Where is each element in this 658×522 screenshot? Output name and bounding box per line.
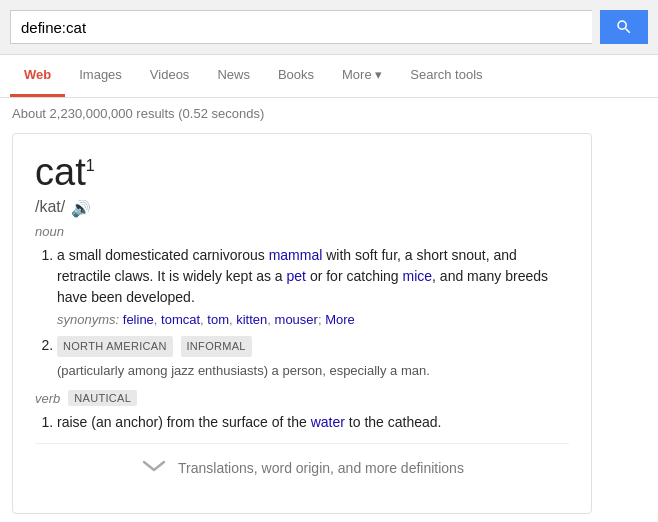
tab-books[interactable]: Books	[264, 55, 328, 97]
tab-search-tools[interactable]: Search tools	[396, 55, 496, 97]
link-mice[interactable]: mice	[403, 268, 433, 284]
noun-definition-2: North American informal (particularly am…	[57, 335, 569, 380]
noun-definition-1: a small domesticated carnivorous mammal …	[57, 245, 569, 330]
results-count: About 2,230,000,000 results (0.52 second…	[0, 98, 658, 129]
chevron-down-icon	[140, 458, 168, 477]
noun-definitions: a small domesticated carnivorous mammal …	[57, 245, 569, 381]
verb-definitions: raise (an anchor) from the surface of th…	[57, 412, 569, 433]
translations-text: Translations, word origin, and more defi…	[178, 460, 464, 476]
link-mammal[interactable]: mammal	[269, 247, 323, 263]
syn-feline[interactable]: feline	[123, 312, 154, 327]
search-bar	[0, 0, 658, 55]
translations-footer[interactable]: Translations, word origin, and more defi…	[35, 443, 569, 491]
chevron-svg	[140, 458, 168, 474]
badge-informal: informal	[181, 336, 252, 357]
syn-kitten[interactable]: kitten	[236, 312, 267, 327]
synonyms-label: synonyms:	[57, 312, 119, 327]
word-superscript: 1	[86, 157, 95, 174]
link-pet[interactable]: pet	[287, 268, 306, 284]
syn-more[interactable]: More	[325, 312, 355, 327]
verb-section-header: verb NAUTICAL	[35, 390, 569, 406]
nav-tabs: Web Images Videos News Books More ▾ Sear…	[0, 55, 658, 98]
badge-north-american: North American	[57, 336, 173, 357]
syn-tomcat[interactable]: tomcat	[161, 312, 200, 327]
word-heading: cat1	[35, 152, 569, 194]
tab-more[interactable]: More ▾	[328, 55, 396, 97]
link-water[interactable]: water	[311, 414, 345, 430]
badge-nautical: NAUTICAL	[68, 390, 137, 406]
noun-label: noun	[35, 224, 569, 239]
syn-mouser[interactable]: mouser	[275, 312, 318, 327]
verb-definition-1: raise (an anchor) from the surface of th…	[57, 412, 569, 433]
definition-card: cat1 /kat/ 🔊 noun a small domesticated c…	[12, 133, 592, 514]
search-button[interactable]	[600, 10, 648, 44]
def-context-jazz: (particularly among jazz enthusiasts) a …	[57, 361, 569, 381]
verb-label: verb	[35, 391, 60, 406]
tab-web[interactable]: Web	[10, 55, 65, 97]
word-pronunciation: /kat/ 🔊	[35, 198, 569, 216]
search-input[interactable]	[10, 10, 592, 44]
tab-news[interactable]: News	[203, 55, 264, 97]
syn-tom[interactable]: tom	[207, 312, 229, 327]
synonyms-line: synonyms: feline, tomcat, tom, kitten, m…	[57, 310, 569, 330]
tab-images[interactable]: Images	[65, 55, 136, 97]
tab-videos[interactable]: Videos	[136, 55, 204, 97]
pronunciation-text: /kat/	[35, 198, 65, 216]
search-icon	[615, 18, 633, 36]
audio-icon[interactable]: 🔊	[71, 199, 87, 215]
word-text: cat	[35, 151, 86, 193]
